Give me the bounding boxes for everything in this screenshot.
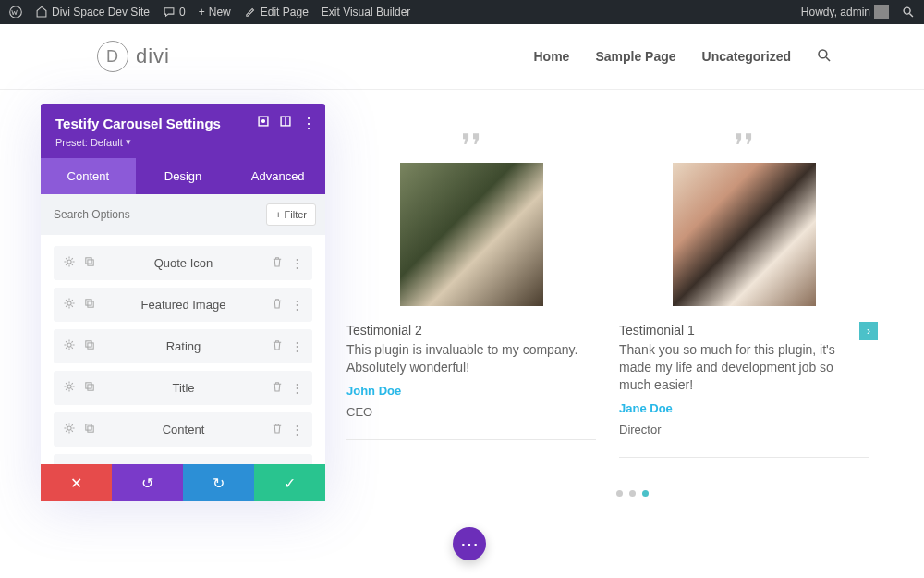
redo-button[interactable]: ↻: [183, 464, 254, 501]
svg-point-19: [67, 426, 71, 430]
panel-footer: ✕ ↺ ↻ ✓: [41, 464, 325, 501]
nav-uncategorized[interactable]: Uncategorized: [702, 49, 791, 64]
svg-point-0: [10, 6, 22, 18]
cancel-button[interactable]: ✕: [41, 464, 112, 501]
duplicate-icon[interactable]: [83, 338, 96, 354]
quote-icon: ❜❜: [346, 139, 596, 161]
chevron-right-icon: ›: [867, 325, 870, 338]
svg-rect-20: [86, 424, 91, 430]
gear-icon[interactable]: [63, 380, 76, 396]
edit-page-link[interactable]: Edit Page: [244, 6, 309, 18]
trash-icon[interactable]: [271, 255, 284, 271]
undo-button[interactable]: ↺: [112, 464, 183, 501]
tab-design[interactable]: Design: [136, 158, 231, 194]
wp-logo-icon[interactable]: [9, 6, 22, 18]
trash-icon[interactable]: [271, 380, 284, 396]
svg-rect-17: [86, 383, 91, 388]
site-link[interactable]: Divi Space Dev Site: [35, 6, 150, 18]
more-icon[interactable]: ⋮: [291, 381, 303, 395]
nav-home[interactable]: Home: [533, 49, 569, 64]
svg-point-10: [67, 301, 71, 305]
avatar: [874, 5, 889, 19]
list-item[interactable]: Content ⋮: [54, 412, 312, 447]
carousel-next-button[interactable]: ›: [859, 322, 878, 340]
duplicate-icon[interactable]: [83, 255, 96, 271]
testimonial-author[interactable]: John Doe: [346, 384, 596, 398]
nav-search-icon[interactable]: [817, 48, 832, 66]
gear-icon[interactable]: [63, 338, 76, 354]
carousel-dot[interactable]: [616, 490, 623, 497]
list-item[interactable]: Featured Image ⋮: [54, 288, 312, 322]
trash-icon[interactable]: [271, 297, 284, 313]
logo-circle-icon: D: [97, 41, 128, 72]
list-item[interactable]: Author ⋮: [54, 454, 312, 464]
list-item[interactable]: Quote Icon ⋮: [54, 246, 312, 280]
plus-icon: +: [199, 6, 205, 18]
duplicate-icon[interactable]: [83, 422, 96, 437]
search-input[interactable]: [54, 208, 192, 221]
svg-point-13: [67, 343, 71, 347]
more-icon[interactable]: ⋮: [291, 298, 303, 312]
settings-panel: Testify Carousel Settings Preset: Defaul…: [41, 104, 325, 501]
divider: [619, 457, 869, 458]
gear-icon[interactable]: [63, 297, 76, 313]
save-button[interactable]: ✓: [254, 464, 325, 501]
site-logo[interactable]: D divi: [97, 41, 170, 72]
builder-fab[interactable]: ⋯: [453, 527, 486, 560]
testimonial-photo: [400, 163, 543, 306]
main-nav: Home Sample Page Uncategorized: [533, 48, 832, 66]
testimonial-photo: [673, 163, 816, 306]
list-item[interactable]: Rating ⋮: [54, 329, 312, 363]
testimonial-role: CEO: [346, 405, 596, 419]
svg-point-4: [262, 120, 265, 123]
more-icon[interactable]: ⋮: [301, 115, 316, 132]
chevron-down-icon: ▾: [126, 136, 131, 148]
filter-button[interactable]: +Filter: [266, 203, 316, 226]
carousel-dots: [395, 490, 869, 497]
svg-rect-12: [88, 301, 93, 307]
trash-icon[interactable]: [271, 422, 284, 437]
testimonial-title: Testimonial 2: [346, 323, 596, 338]
search-icon[interactable]: [902, 6, 915, 18]
wp-admin-bar: Divi Space Dev Site 0 +New Edit Page Exi…: [0, 0, 924, 24]
exit-builder-link[interactable]: Exit Visual Builder: [322, 6, 411, 18]
search-bar: +Filter: [41, 194, 325, 235]
trash-icon[interactable]: [271, 338, 284, 354]
plus-icon: +: [275, 209, 281, 220]
expand-icon[interactable]: [257, 115, 270, 132]
divider: [346, 439, 596, 440]
testimonial-body: Thank you so much for this plugin, it's …: [619, 341, 869, 394]
undo-icon: ↺: [141, 474, 153, 492]
testimonial-role: Director: [619, 423, 869, 437]
close-icon: ✕: [70, 474, 82, 492]
duplicate-icon[interactable]: [83, 380, 96, 396]
svg-rect-9: [88, 260, 93, 265]
list-item[interactable]: Title ⋮: [54, 371, 312, 405]
testimonial-title: Testimonial 1: [619, 323, 869, 338]
svg-rect-18: [88, 385, 93, 390]
tab-content[interactable]: Content: [41, 158, 136, 194]
more-icon[interactable]: ⋮: [291, 423, 303, 437]
check-icon: ✓: [284, 474, 296, 492]
testimonial-card: ❜❜ Testimonial 1 Thank you so much for t…: [619, 139, 869, 458]
tab-advanced[interactable]: Advanced: [230, 158, 325, 194]
more-icon[interactable]: ⋮: [291, 256, 303, 270]
testimonial-body: This plugin is invaluable to my company.…: [346, 341, 596, 376]
more-icon[interactable]: ⋮: [291, 339, 303, 353]
redo-icon: ↻: [213, 474, 225, 492]
svg-point-7: [67, 260, 71, 264]
item-list: Quote Icon ⋮ Featured Image ⋮ Rating ⋮ T…: [41, 235, 325, 464]
user-greeting[interactable]: Howdy, admin: [801, 5, 889, 19]
gear-icon[interactable]: [63, 255, 76, 271]
gear-icon[interactable]: [63, 422, 76, 437]
preset-selector[interactable]: Preset: Default▾: [55, 136, 310, 148]
carousel-dot[interactable]: [629, 490, 636, 497]
svg-rect-15: [88, 343, 93, 349]
nav-sample-page[interactable]: Sample Page: [595, 49, 675, 64]
duplicate-icon[interactable]: [83, 297, 96, 313]
new-link[interactable]: +New: [199, 6, 231, 18]
carousel-dot[interactable]: [642, 490, 649, 497]
comments-link[interactable]: 0: [163, 6, 186, 18]
testimonial-author[interactable]: Jane Doe: [619, 401, 869, 415]
columns-icon[interactable]: [279, 115, 292, 132]
